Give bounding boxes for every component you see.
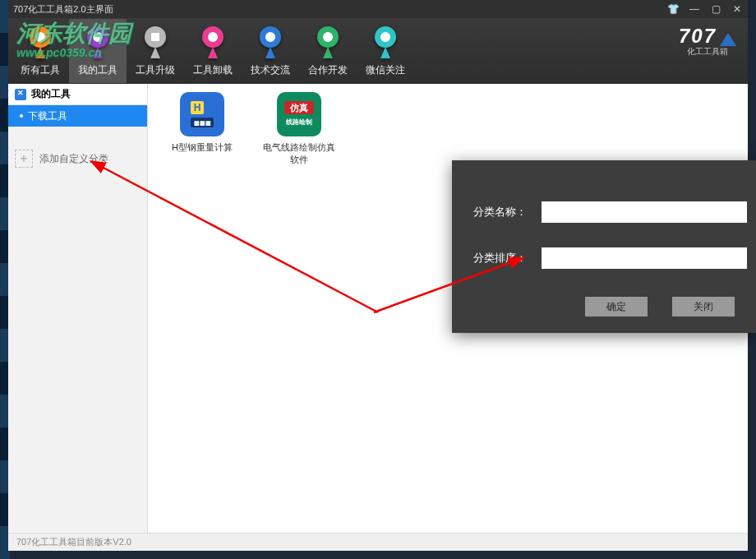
svg-point-11 [323, 32, 333, 42]
toolbar-forum[interactable]: 技术交流 [242, 19, 299, 83]
toolbar-upgrade[interactable]: 工具升级 [127, 19, 184, 83]
pin-icon-gray [138, 25, 173, 60]
pin-icon-pink [196, 25, 230, 60]
pin-icon-purple [81, 25, 115, 60]
toolbar-label: 所有工具 [21, 63, 60, 77]
category-order-input[interactable] [542, 247, 747, 269]
theme-button[interactable]: 👕 [662, 0, 684, 18]
statusbar: 707化工工具箱目前版本V2.0 [8, 533, 748, 551]
svg-point-7 [208, 32, 218, 42]
toolbar-all-tools[interactable]: 所有工具 [12, 19, 69, 83]
sidebar-header-label: 我的工具 [31, 87, 71, 101]
close-button[interactable]: 关闭 [672, 297, 735, 316]
app-icon-hsteel: H▦▦▦ [180, 92, 224, 136]
svg-point-13 [380, 32, 390, 42]
sidebar-add-category[interactable]: + 添加自定义分类 [15, 150, 141, 168]
category-name-input[interactable] [542, 201, 747, 223]
app-tile-circuit[interactable]: 仿真线路绘制 电气线路绘制仿真软件 [261, 92, 337, 167]
app-label: H型钢重量计算 [172, 141, 233, 154]
add-category-dialog: 分类名称： 分类排序： 确定 关闭 [452, 160, 756, 333]
toolbar: 所有工具 我的工具 工具升级 工具卸载 技术交流 [8, 18, 748, 84]
brand-logo: 707 化工工具箱 [679, 25, 736, 58]
window-controls: 👕 — ▢ ✕ [662, 0, 748, 18]
brand-triangle-icon [720, 33, 736, 46]
app-icon-circuit: 仿真线路绘制 [277, 92, 321, 136]
toolbar-label: 我的工具 [78, 63, 118, 77]
tools-icon [15, 89, 26, 100]
category-name-label: 分类名称： [473, 205, 527, 219]
sidebar-item-download-tools[interactable]: 下载工具 [8, 105, 147, 127]
svg-point-3 [93, 32, 103, 42]
bullet-icon [20, 114, 23, 118]
sidebar-item-label: 下载工具 [28, 109, 67, 123]
svg-text:线路绘制: 线路绘制 [285, 118, 312, 126]
svg-point-9 [265, 32, 275, 42]
sidebar: 我的工具 下载工具 + 添加自定义分类 [8, 84, 148, 533]
dialog-buttons: 确定 关闭 [452, 297, 735, 316]
toolbar-uninstall[interactable]: 工具卸载 [184, 19, 242, 83]
sidebar-add-label: 添加自定义分类 [39, 152, 108, 166]
svg-text:H: H [194, 102, 201, 113]
toolbar-cooperate[interactable]: 合作开发 [299, 19, 357, 83]
maximize-button[interactable]: ▢ [705, 0, 726, 18]
toolbar-label: 工具升级 [136, 63, 175, 77]
close-window-button[interactable]: ✕ [726, 0, 748, 18]
sidebar-header: 我的工具 [8, 84, 147, 105]
pin-icon-orange [23, 25, 58, 60]
brand-number: 707 [679, 25, 717, 48]
svg-rect-5 [151, 33, 159, 41]
pin-icon-green [311, 25, 345, 60]
dialog-row-name: 分类名称： [473, 201, 756, 223]
category-order-label: 分类排序： [473, 251, 527, 266]
toolbar-label: 微信关注 [366, 63, 405, 77]
ok-button[interactable]: 确定 [585, 297, 648, 316]
toolbar-my-tools[interactable]: 我的工具 [69, 19, 127, 83]
plus-icon: + [15, 150, 33, 168]
app-tile-hsteel[interactable]: H▦▦▦ H型钢重量计算 [164, 92, 240, 154]
svg-text:仿真: 仿真 [289, 103, 308, 113]
pin-icon-blue [253, 25, 288, 60]
svg-point-1 [35, 32, 45, 42]
app-label: 电气线路绘制仿真软件 [261, 141, 337, 167]
svg-text:▦▦▦: ▦▦▦ [194, 120, 211, 127]
toolbar-label: 合作开发 [308, 63, 348, 77]
toolbar-label: 技术交流 [251, 63, 290, 77]
minimize-button[interactable]: — [684, 0, 705, 18]
brand-subtitle: 化工工具箱 [679, 46, 736, 58]
toolbar-label: 工具卸载 [193, 63, 233, 77]
status-text: 707化工工具箱目前版本V2.0 [16, 536, 131, 548]
dialog-row-order: 分类排序： [473, 247, 756, 269]
titlebar: 707化工工具箱2.0主界面 👕 — ▢ ✕ [8, 0, 748, 18]
window-title: 707化工工具箱2.0主界面 [13, 3, 113, 16]
pin-icon-cyan [368, 25, 403, 60]
toolbar-wechat[interactable]: 微信关注 [357, 19, 414, 83]
